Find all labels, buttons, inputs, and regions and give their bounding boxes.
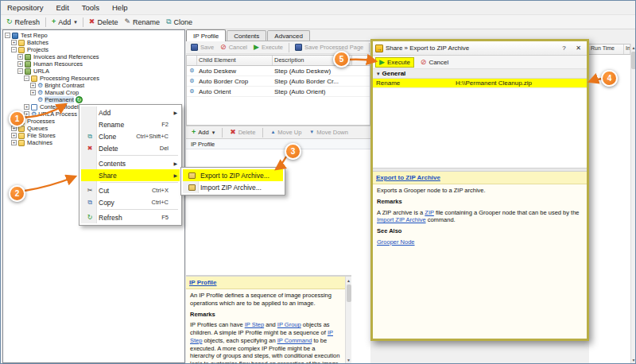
dialog-help-button[interactable]: ? [558,43,570,53]
save-processed-page-button[interactable]: Save Processed Page [292,43,366,52]
tree-item-processing-resources[interactable]: −Processing Resources [3,75,184,82]
dialog-help-see-also-link[interactable]: Grooper Node [377,238,583,246]
menu-item-rename[interactable]: RenameF2 [81,118,180,130]
property-group-general[interactable]: ▾ General [373,69,587,79]
scroll-up-icon[interactable]: ▲ [631,44,636,51]
tree-item-test-repo[interactable]: −Test Repo [3,32,184,39]
grid-row-auto-border-crop[interactable]: ⚙ Auto Border CropStep (Auto Border Cr..… [187,76,370,87]
expand-icon[interactable]: + [30,83,36,88]
process-icon: ⚙ [31,111,37,118]
help-inline-link[interactable]: IP Step [245,321,264,328]
scroll-thumb[interactable] [347,285,351,302]
refresh-button[interactable]: ↻Refresh [3,17,43,27]
help-body: An IP Profile defines a sequence of imag… [186,289,345,363]
right-scrollbar[interactable]: ▲ ▼ [630,44,636,363]
expand-icon[interactable]: + [17,54,23,60]
scroll-up-icon[interactable]: ▲ [346,277,351,284]
save-button[interactable]: Save [188,43,217,52]
move-down-button[interactable]: ▼Move Down [306,128,351,137]
tab-ip-profile[interactable]: IP Profile [186,29,226,41]
tree-item-urla[interactable]: −URLA [3,68,184,75]
grid-header-child-element[interactable]: Child Element [197,56,273,65]
property-row-rename[interactable]: Rename H:\\Permanent Cleanup.zip [373,79,587,88]
callout-4: 4 [601,70,618,87]
move-up-button[interactable]: ▲Move Up [267,128,304,137]
clone-button[interactable]: ⧉Clone [163,17,196,27]
list-add-button[interactable]: +Add▾ [188,128,218,137]
expand-icon[interactable]: + [11,140,17,145]
menu-repository[interactable]: Repository [1,2,49,14]
collapse-icon[interactable]: − [11,47,17,52]
menu-item-cut[interactable]: ✂CutCtrl+X [81,184,180,196]
execute-button[interactable]: ▶Execute [250,43,286,52]
tree-item-permanent[interactable]: ⚙Permanent↻ [3,96,184,103]
dialog-help-see-also-heading: See Also [377,227,583,235]
diagnostics-grid-header: Run Time Imag [589,45,630,55]
move-up-icon: ▲ [270,129,275,136]
tab-contents[interactable]: Contents [227,30,266,41]
help-inline-link[interactable]: IP Group [277,321,301,328]
collapse-icon[interactable]: − [24,76,29,81]
zip-archive-icon [188,184,196,191]
expand-icon[interactable]: + [11,40,17,45]
menu-item-export-zip[interactable]: Export to ZIP Archive... [183,169,283,181]
rename-button[interactable]: ✎Rename [121,17,163,27]
add-button[interactable]: +Add▾ [48,17,80,27]
col-run-time[interactable]: Run Time [589,45,624,54]
dialog-help-title-link[interactable]: Export to ZIP Archive [373,172,587,184]
dialog-cancel-button[interactable]: ⊘Cancel [417,58,452,67]
menu-item-contents[interactable]: Contents▶ [81,157,180,169]
tab-advanced[interactable]: Advanced [267,30,310,41]
project-icon [25,68,31,75]
dialog-titlebar[interactable]: → Share » Export to ZIP Archive ? ✕ [373,41,587,56]
col-image[interactable]: Imag [624,45,630,54]
delete-icon: ✖ [89,18,95,25]
property-value[interactable]: H:\\Permanent Cleanup.zip [452,79,587,87]
expand-icon[interactable]: + [11,133,17,138]
tree-item-human-resources[interactable]: +Human Resources [3,60,184,68]
tree-item-bright-contrast[interactable]: +⚙Bright Contrast [3,82,184,89]
property-label: Rename [373,79,452,87]
grid-row-auto-orient[interactable]: ⚙ Auto OrientStep (Auto Orient) [187,87,370,97]
context-menu: Add▶ RenameF2 ⧉CloneCtrl+Shift+C ✖Delete… [79,104,182,226]
tree-item-manual-crop[interactable]: +⚙Manual Crop [3,89,184,96]
tree-item-batches[interactable]: +Batches [3,39,184,46]
help-inline-link[interactable]: ZIP [425,209,434,216]
menu-item-share[interactable]: Share▶ [81,169,180,181]
menu-item-add[interactable]: Add▶ [81,106,180,118]
help-content: IP Profile An IP Profile defines a seque… [186,277,345,363]
collapse-icon[interactable]: − [5,33,10,38]
scroll-thumb[interactable] [631,52,636,69]
callout-2: 2 [9,185,25,202]
expand-icon[interactable]: + [30,90,36,95]
delete-button[interactable]: ✖Delete [86,17,122,27]
tree-item-projects[interactable]: −Projects [3,46,184,53]
help-inline-link[interactable]: Import ZIP Archive [377,216,426,223]
cancel-button[interactable]: ⊘Cancel [217,43,250,52]
help-inline-link[interactable]: IP Command [277,337,312,344]
expand-icon[interactable]: + [17,61,23,67]
tree-item-invoices-and-references[interactable]: +Invoices and References [3,53,184,60]
dialog-close-button[interactable]: ✕ [572,43,584,53]
scroll-down-icon[interactable]: ▼ [346,356,351,363]
list-delete-button[interactable]: ✖Delete [227,128,258,137]
menu-help[interactable]: Help [106,2,134,14]
menu-item-clone[interactable]: ⧉CloneCtrl+Shift+C [81,130,180,142]
menu-edit[interactable]: Edit [49,2,75,14]
repository-icon [12,33,18,39]
dialog-help-remarks-heading: Remarks [377,198,583,206]
help-title-link[interactable]: IP Profile [186,277,345,289]
menu-tools[interactable]: Tools [76,2,106,14]
project-icon [25,54,31,60]
menu-item-delete[interactable]: ✖DeleteDel [81,142,180,154]
zip-archive-icon [188,172,196,179]
ip-profile-help-panel: IP Profile An IP Profile defines a seque… [186,275,351,363]
expand-icon[interactable]: + [24,104,29,110]
scroll-down-icon[interactable]: ▼ [631,356,636,363]
menu-item-copy[interactable]: ⧉CopyCtrl+C [81,196,180,208]
dialog-execute-button[interactable]: ▶Execute [375,57,414,68]
help-scrollbar[interactable]: ▲ ▼ [345,277,351,363]
menu-item-refresh[interactable]: ↻RefreshF5 [81,211,180,223]
collapse-icon[interactable]: − [17,68,23,74]
menu-item-import-zip[interactable]: Import ZIP Archive... [183,181,283,193]
